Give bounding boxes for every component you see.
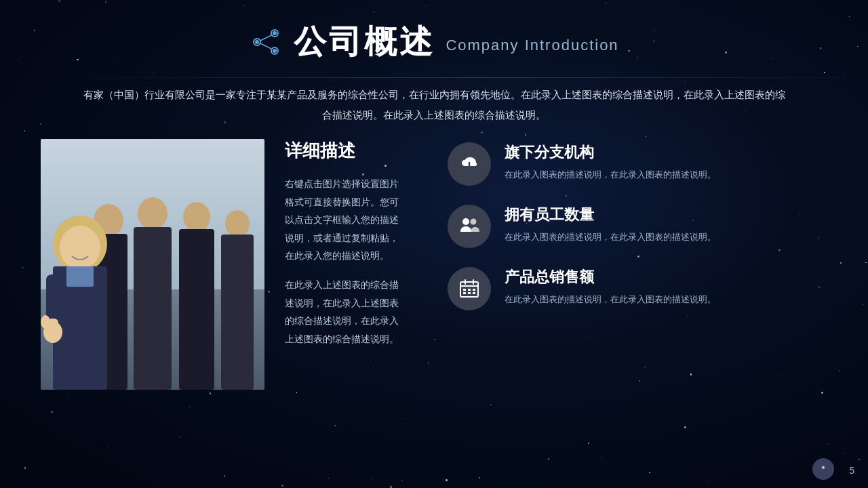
- feature-sales: 产品总销售额 在此录入图表的描述说明，在此录入图表的描述说明。: [448, 267, 827, 310]
- photo-section: [41, 139, 264, 410]
- svg-point-6: [273, 31, 277, 35]
- svg-rect-30: [463, 289, 466, 291]
- svg-point-14: [225, 210, 250, 237]
- svg-rect-31: [468, 289, 471, 291]
- intro-text: 有家（中国）行业有限公司是一家专注于某某产品及服务的综合性公司，在行业内拥有领先…: [0, 78, 868, 139]
- page-number: 5: [849, 465, 854, 476]
- svg-rect-35: [473, 292, 475, 294]
- feature-branch: 旗下分支机构 在此录入图表的描述说明，在此录入图表的描述说明。: [448, 142, 827, 186]
- svg-point-7: [273, 49, 277, 53]
- header: 公司概述 Company Introduction: [0, 0, 868, 77]
- sales-desc: 在此录入图表的描述说明，在此录入图表的描述说明。: [505, 291, 827, 307]
- svg-point-12: [183, 202, 210, 232]
- main-content: 详细描述 右键点击图片选择设置图片格式可直接替换图片。您可以点击文字框输入您的描…: [0, 139, 868, 410]
- people-svg: [41, 139, 264, 390]
- employees-content: 拥有员工数量 在此录入图表的描述说明，在此录入图表的描述说明。: [505, 205, 827, 245]
- svg-rect-11: [134, 227, 172, 390]
- detail-section: 详细描述 右键点击图片选择设置图片格式可直接替换图片。您可以点击文字框输入您的描…: [264, 139, 420, 410]
- detail-text-2: 在此录入上述图表的综合描述说明，在此录入上述图表的综合描述说明，在此录入上述图表…: [285, 276, 407, 348]
- detail-title: 详细描述: [285, 139, 407, 163]
- svg-point-5: [255, 40, 259, 44]
- branch-title: 旗下分支机构: [505, 142, 827, 163]
- branch-desc: 在此录入图表的描述说明，在此录入图表的描述说明。: [505, 167, 827, 182]
- svg-rect-15: [221, 235, 254, 390]
- sales-title: 产品总销售额: [505, 267, 827, 287]
- svg-rect-19: [66, 266, 94, 287]
- photo-placeholder: [41, 139, 264, 390]
- svg-rect-32: [473, 289, 475, 291]
- detail-text-1: 右键点击图片选择设置图片格式可直接替换图片。您可以点击文字框输入您的描述说明，或…: [285, 175, 407, 265]
- employees-title: 拥有员工数量: [505, 205, 827, 225]
- svg-line-3: [260, 35, 271, 41]
- branch-content: 旗下分支机构 在此录入图表的描述说明，在此录入图表的描述说明。: [505, 142, 827, 182]
- svg-point-25: [471, 219, 477, 225]
- sales-content: 产品总销售额 在此录入图表的描述说明，在此录入图表的描述说明。: [505, 267, 827, 307]
- svg-point-17: [60, 226, 100, 269]
- page-container: 公司概述 Company Introduction 有家（中国）行业有限公司是一…: [0, 0, 868, 488]
- svg-rect-34: [468, 292, 471, 294]
- features-section: 旗下分支机构 在此录入图表的描述说明，在此录入图表的描述说明。 拥有员: [420, 139, 827, 410]
- svg-rect-33: [463, 292, 466, 294]
- header-icon: [249, 25, 283, 59]
- svg-point-23: [41, 315, 50, 329]
- svg-point-24: [462, 218, 469, 225]
- svg-line-4: [260, 43, 271, 49]
- employees-desc: 在此录入图表的描述说明，在此录入图表的描述说明。: [505, 229, 827, 245]
- title-chinese: 公司概述: [294, 20, 435, 64]
- feature-employees: 拥有员工数量 在此录入图表的描述说明，在此录入图表的描述说明。: [448, 205, 827, 248]
- employees-icon: [448, 205, 491, 248]
- title-english: Company Introduction: [446, 37, 618, 54]
- sales-icon: [448, 267, 491, 310]
- svg-point-10: [138, 197, 167, 230]
- star-button[interactable]: *: [812, 458, 834, 480]
- branch-icon: [448, 142, 491, 186]
- svg-rect-13: [179, 229, 214, 390]
